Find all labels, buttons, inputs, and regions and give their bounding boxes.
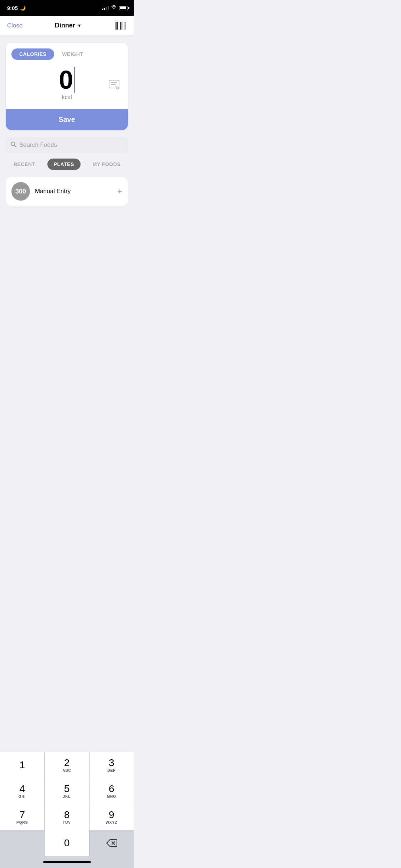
- close-button[interactable]: Close: [7, 22, 22, 29]
- svg-rect-4: [120, 22, 121, 30]
- svg-line-16: [15, 145, 16, 147]
- calorie-value: 0: [59, 67, 73, 93]
- svg-rect-3: [119, 22, 119, 30]
- nav-header: Close Dinner ▼: [0, 16, 134, 36]
- wifi-icon: [111, 5, 117, 11]
- moon-icon: 🌙: [20, 5, 26, 11]
- status-bar: 9:05 🌙: [0, 0, 134, 16]
- signal-icon: [102, 6, 109, 10]
- barcode-icon: [115, 22, 125, 30]
- svg-rect-0: [115, 22, 115, 30]
- status-time: 9:05: [7, 5, 18, 11]
- tab-recent[interactable]: RECENT: [7, 159, 42, 170]
- calorie-unit: kcal: [62, 94, 72, 100]
- add-item-button[interactable]: +: [117, 186, 122, 196]
- calorie-display: 0 kcal: [59, 67, 75, 100]
- search-bar[interactable]: Search Foods: [6, 137, 128, 153]
- tab-plates[interactable]: PLATES: [47, 159, 81, 170]
- item-info: Manual Entry: [35, 188, 112, 195]
- main-content: CALORIES WEIGHT 0 kcal: [0, 36, 134, 213]
- tab-my-foods[interactable]: MY FOODS: [86, 159, 127, 170]
- text-cursor: [74, 67, 75, 93]
- tracker-tabs: CALORIES WEIGHT: [6, 43, 128, 60]
- search-icon: [11, 141, 16, 149]
- quick-entry-button[interactable]: [107, 78, 121, 91]
- svg-rect-7: [124, 22, 124, 30]
- category-tabs: RECENT PLATES MY FOODS REC: [6, 159, 128, 170]
- tracker-card: CALORIES WEIGHT 0 kcal: [6, 43, 128, 130]
- item-badge: 300: [11, 182, 30, 201]
- save-button[interactable]: Save: [6, 109, 128, 130]
- calories-tab[interactable]: CALORIES: [11, 48, 54, 60]
- tracker-display: 0 kcal: [6, 60, 128, 109]
- svg-rect-6: [123, 22, 123, 30]
- battery-icon: [119, 6, 128, 10]
- weight-tab[interactable]: WEIGHT: [54, 48, 91, 60]
- svg-rect-2: [117, 22, 118, 30]
- list-item: 300 Manual Entry +: [6, 177, 128, 206]
- dropdown-arrow-icon[interactable]: ▼: [77, 23, 82, 28]
- barcode-button[interactable]: [114, 19, 127, 32]
- list-section: 300 Manual Entry +: [6, 177, 128, 206]
- status-icons: [102, 5, 128, 11]
- nav-title-text: Dinner: [55, 22, 75, 29]
- search-placeholder: Search Foods: [19, 141, 123, 149]
- svg-rect-5: [122, 22, 122, 30]
- svg-rect-8: [125, 22, 125, 30]
- search-container: Search Foods: [6, 137, 128, 153]
- nav-title: Dinner ▼: [55, 22, 82, 29]
- svg-rect-1: [116, 22, 117, 30]
- item-name: Manual Entry: [35, 188, 71, 195]
